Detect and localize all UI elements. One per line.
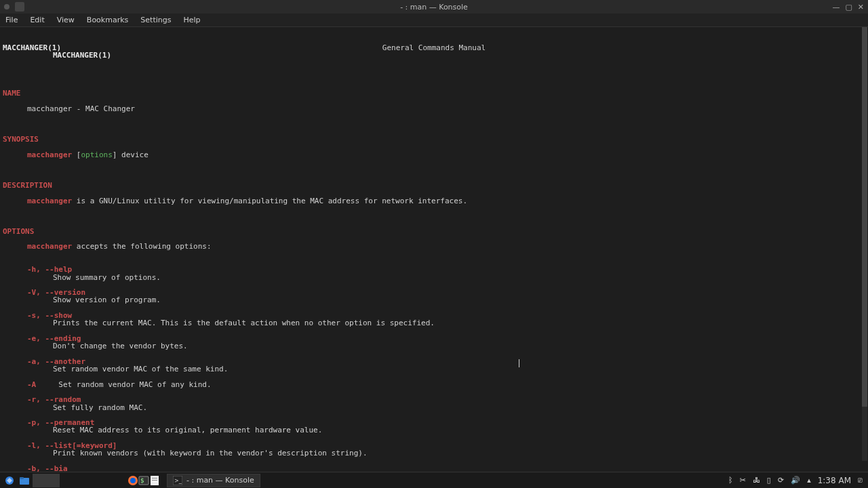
window-titlebar: - : man — Konsole — ▢ ✕ [0,0,868,14]
option-desc: Set random vendor MAC of the same kind. [3,365,865,373]
section-name-heading: NAME [3,89,21,98]
network-icon[interactable]: 🖧 [753,476,760,485]
option-desc: Print known vendors (with keyword in the… [3,449,865,457]
menubar: File Edit View Bookmarks Settings Help [0,14,868,27]
volume-icon[interactable]: 🔊 [791,476,800,485]
taskbar-task-konsole[interactable]: >_ - : man — Konsole [167,474,260,487]
option-row: -A Set random vendor MAC of any kind. [3,381,865,388]
scrollbar-thumb[interactable] [862,27,867,407]
man-header-center: General Commands Manual [3,44,865,52]
menu-file[interactable]: File [5,16,18,24]
clipboard-icon[interactable]: ✂ [740,476,746,485]
firefox-icon[interactable] [127,475,138,486]
file-manager-icon[interactable] [18,474,31,487]
terminal-scrollbar[interactable] [862,27,867,461]
menu-edit[interactable]: Edit [30,16,44,24]
terminal-viewport[interactable]: MACCHANGER(1)General Commands Manual MAC… [0,27,868,472]
option-desc: Set random vendor MAC of any kind. [36,380,211,389]
taskbar-clock[interactable]: 1:38 AM [818,476,851,485]
section-options-heading: OPTIONS [3,227,34,236]
taskbar-task-label: - : man — Konsole [186,476,254,485]
show-desktop-icon[interactable]: ⎚ [858,476,863,485]
svg-rect-9 [152,480,157,481]
window-title: - : man — Konsole [0,3,868,12]
option-flag: -b, --bia [27,464,68,472]
menu-settings[interactable]: Settings [140,16,171,24]
option-desc: Set fully random MAC. [3,404,865,411]
section-synopsis-heading: SYNOPSIS [3,135,39,144]
taskbar: $ >_ - : man — Konsole ᛒ ✂ 🖧 ▯ ⟳ 🔊 ▴ 1:3… [0,472,868,488]
options-lead-cmd: macchanger [27,242,72,251]
options-lead-rest: accepts the following options: [72,242,211,251]
svg-rect-8 [152,478,157,479]
option-desc: Don't change the vendor bytes. [3,342,865,350]
description-body: is a GNU/Linux utility for viewing/manip… [72,197,467,205]
man-header-right: MACCHANGER(1) [53,51,111,60]
menu-help[interactable]: Help [183,16,200,24]
battery-icon[interactable]: ▯ [767,476,771,485]
tray-expand-icon[interactable]: ▴ [807,476,811,485]
synopsis-cmd: macchanger [27,150,72,159]
option-desc: Show summary of options. [3,274,865,281]
option-desc: Prints the current MAC. This is the defa… [3,319,865,327]
synopsis-device: device [117,150,148,159]
menu-view[interactable]: View [57,16,75,24]
section-description-heading: DESCRIPTION [3,181,52,190]
option-desc: Reset MAC address to its original, perma… [3,426,865,434]
update-icon[interactable]: ⟳ [778,476,784,485]
description-cmd: macchanger [27,197,72,205]
svg-text:$: $ [140,477,144,484]
menu-bookmarks[interactable]: Bookmarks [87,16,128,24]
editor-icon[interactable] [149,475,160,486]
konsole-task-icon: >_ [173,476,182,485]
taskbar-pager[interactable] [33,474,60,487]
bluetooth-icon[interactable]: ᛒ [728,476,733,485]
svg-point-4 [130,478,136,483]
app-launcher-icon[interactable] [3,474,16,487]
terminal-launcher-icon[interactable]: $ [138,475,149,486]
svg-rect-2 [20,477,24,479]
synopsis-options: options [81,150,112,159]
section-name-body: macchanger - MAC Changer [3,105,865,113]
text-caret-icon [519,359,519,367]
option-flag: -A [27,380,36,389]
option-desc: Show version of program. [3,296,865,304]
svg-text:>_: >_ [174,478,182,484]
